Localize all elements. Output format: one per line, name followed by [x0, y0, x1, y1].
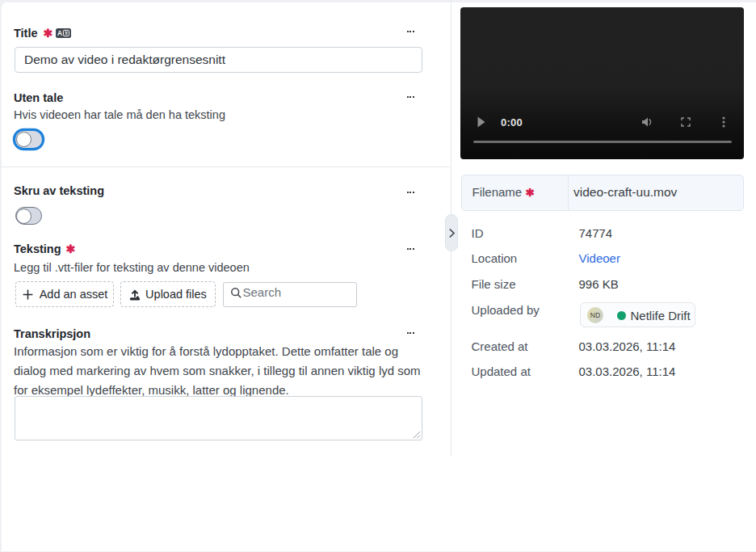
svg-text:A: A — [57, 29, 62, 37]
